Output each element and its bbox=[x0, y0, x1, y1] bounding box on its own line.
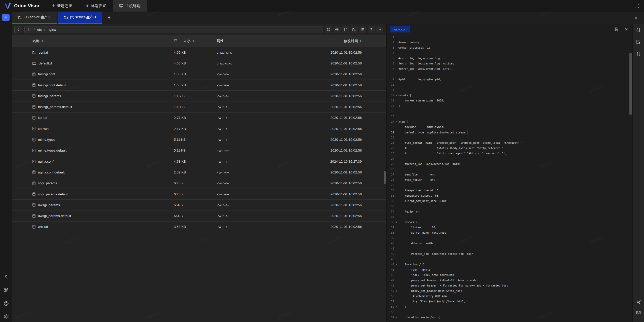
upload-icon[interactable] bbox=[368, 26, 375, 33]
code-line-52[interactable]: 52 ∨ } bbox=[387, 304, 632, 309]
table-row[interactable]: fastcgi_params.default 1007 B -rw-r--r--… bbox=[12, 101, 386, 112]
menu-item-0[interactable]: 新建连接 bbox=[45, 0, 79, 12]
fold-chevron-icon[interactable]: ∨ bbox=[394, 315, 398, 320]
funnel-icon[interactable] bbox=[174, 39, 177, 43]
table-row[interactable]: fastcgi_params 1007 B -rw-r--r-- 2020-11… bbox=[12, 91, 386, 101]
code-line-18[interactable]: 18 include mime.types; bbox=[387, 124, 632, 130]
code-line-22[interactable]: 22 # '$status $body_bytes_sent "$http_re… bbox=[387, 146, 632, 151]
fold-chevron-icon[interactable]: ∨ bbox=[394, 304, 398, 309]
code-line-11[interactable]: 11 bbox=[387, 87, 632, 93]
code-line-21[interactable]: 21 #log_format main '$remote_addr - $rem… bbox=[387, 140, 632, 146]
table-row[interactable]: scgi_params 636 B -rw-r--r-- 2020-11-01 … bbox=[12, 178, 386, 189]
fold-chevron-icon[interactable]: ∨ bbox=[394, 262, 398, 267]
code-line-25[interactable]: 25 #access_log logs/access.log main; bbox=[387, 161, 632, 167]
save-icon[interactable] bbox=[613, 26, 619, 32]
code-line-28[interactable]: 28 #tcp_nopush on; bbox=[387, 177, 632, 183]
code-line-47[interactable]: 47 proxy_set_header X-Real-IP $remote_ad… bbox=[387, 278, 632, 283]
code-line-48[interactable]: 48 proxy_set_header X-Forwarded-For $pro… bbox=[387, 283, 632, 288]
table-row[interactable]: default.d 4.00 KB drwxr-xr-x 2020-11-01 … bbox=[12, 58, 386, 69]
code-line-8[interactable]: 8 bbox=[387, 71, 632, 77]
swap-arrows-icon[interactable] bbox=[635, 51, 642, 57]
close-editor-icon[interactable]: ✕ bbox=[623, 26, 629, 32]
table-row[interactable]: fastcgi.conf 1.05 KB -rw-r--r-- 2020-11-… bbox=[12, 69, 386, 80]
code-line-46[interactable]: 46 index index.html index.htm; bbox=[387, 272, 632, 278]
code-line-4[interactable]: 4 bbox=[387, 50, 632, 56]
code-line-49[interactable]: 49 ∨ proxy_set_header Host $http_host; bbox=[387, 288, 632, 294]
new-file-icon[interactable] bbox=[342, 26, 349, 33]
code-line-54[interactable]: 54 ∨ location /orion/api { bbox=[387, 315, 632, 320]
code-line-37[interactable]: 37 listen 80; bbox=[387, 225, 632, 230]
code-line-9[interactable]: 9 #pid logs/nginx.pid; bbox=[387, 77, 632, 82]
breadcrumb-segment-1[interactable]: nginx bbox=[48, 28, 56, 31]
row-checkbox[interactable] bbox=[18, 137, 18, 142]
editor-scrollbar[interactable] bbox=[629, 53, 632, 115]
code-line-35[interactable]: 35 bbox=[387, 214, 632, 220]
breadcrumb[interactable]: / etc/ nginx bbox=[24, 26, 323, 33]
code-line-14[interactable]: 14 } bbox=[387, 103, 632, 109]
code-line-12[interactable]: 12 ∨ events { bbox=[387, 93, 632, 98]
row-checkbox[interactable] bbox=[18, 214, 18, 218]
select-all-checkbox[interactable] bbox=[18, 39, 18, 43]
code-line-17[interactable]: 17 ∨ http { bbox=[387, 119, 632, 124]
code-line-20[interactable]: 20 bbox=[387, 135, 632, 140]
code-line-3[interactable]: 3 worker_processes 1; bbox=[387, 45, 632, 50]
breadcrumb-segment-0[interactable]: etc bbox=[37, 28, 42, 31]
back-button[interactable] bbox=[14, 26, 22, 33]
code-line-40[interactable]: 40 #charset koi8-r; bbox=[387, 241, 632, 246]
sort-mtime-icon[interactable]: ▲▼ bbox=[360, 40, 362, 43]
menu-item-1[interactable]: 终端设置 bbox=[79, 0, 113, 12]
code-line-15[interactable]: 15 bbox=[387, 109, 632, 114]
code-line-38[interactable]: 38 server_name localhost; bbox=[387, 230, 632, 235]
code-editor[interactable]: 1 2 #user nobody; 3 worker_processes 1; … bbox=[387, 34, 632, 322]
code-line-34[interactable]: 34 #gzip on; bbox=[387, 209, 632, 214]
code-line-53[interactable]: 53 bbox=[387, 309, 632, 315]
camera-icon[interactable] bbox=[635, 309, 642, 315]
code-line-5[interactable]: 5 #error_log logs/error.log; bbox=[387, 56, 632, 61]
row-checkbox[interactable] bbox=[18, 203, 18, 207]
row-checkbox[interactable] bbox=[18, 94, 18, 98]
row-checkbox[interactable] bbox=[18, 181, 18, 185]
table-row[interactable]: uwsgi_params 664 B -rw-r--r-- 2020-11-01… bbox=[12, 200, 386, 210]
code-line-33[interactable]: 33 bbox=[387, 204, 632, 209]
new-folder-icon[interactable] bbox=[351, 26, 358, 33]
file-panel-scrollbar[interactable] bbox=[384, 171, 386, 184]
open-file-badge[interactable]: nginx.conf bbox=[390, 26, 410, 32]
row-checkbox[interactable] bbox=[18, 105, 18, 109]
code-line-16[interactable]: 16 bbox=[387, 114, 632, 119]
menu-item-2[interactable]: 主机终端 bbox=[113, 0, 147, 12]
new-connection-button[interactable]: + bbox=[2, 14, 10, 21]
code-line-10[interactable]: 10 bbox=[387, 82, 632, 87]
row-checkbox[interactable] bbox=[18, 159, 18, 164]
row-checkbox[interactable] bbox=[18, 61, 18, 65]
table-row[interactable]: mime.types.default 5.11 KB -rw-r--r-- 20… bbox=[12, 145, 386, 156]
code-line-19[interactable]: 19 default_type application/octet-stream… bbox=[387, 130, 632, 135]
row-checkbox[interactable] bbox=[18, 127, 18, 131]
fold-chevron-icon[interactable]: ∨ bbox=[394, 93, 398, 98]
code-line-51[interactable]: 51 try_files $uri $uri/ /index.html; bbox=[387, 299, 632, 304]
code-line-31[interactable]: 31 keepalive_timeout 65; bbox=[387, 193, 632, 198]
fullscreen-icon[interactable] bbox=[633, 2, 640, 10]
code-line-27[interactable]: 27 sendfile on; bbox=[387, 172, 632, 177]
table-row[interactable]: scgi_params.default 636 B -rw-r--r-- 202… bbox=[12, 189, 386, 200]
table-row[interactable]: nginx.conf.default 2.59 KB -rw-r--r-- 20… bbox=[12, 167, 386, 178]
code-line-41[interactable]: 41 bbox=[387, 246, 632, 251]
code-line-6[interactable]: 6 #error_log logs/error.log notice; bbox=[387, 61, 632, 66]
code-line-44[interactable]: 44 ∨ location / { bbox=[387, 262, 632, 267]
eye-icon[interactable] bbox=[334, 26, 341, 33]
code-line-7[interactable]: 7 #error_log logs/error.log info; bbox=[387, 66, 632, 71]
terminal-tab-2[interactable]: (2) server-生产-1 bbox=[58, 12, 102, 24]
code-line-2[interactable]: 2 #user nobody; bbox=[387, 40, 632, 45]
code-line-32[interactable]: 32 client_max_body_size 1048m; bbox=[387, 198, 632, 204]
fold-chevron-icon[interactable]: ∨ bbox=[394, 220, 398, 225]
code-line-24[interactable]: 24 bbox=[387, 156, 632, 161]
row-checkbox[interactable] bbox=[18, 192, 18, 196]
trash-icon[interactable] bbox=[359, 26, 366, 33]
code-line-43[interactable]: 43 bbox=[387, 257, 632, 262]
row-checkbox[interactable] bbox=[18, 170, 18, 174]
braces-icon[interactable]: {} bbox=[635, 26, 642, 33]
settings-gear-icon[interactable] bbox=[3, 313, 9, 319]
fold-chevron-icon[interactable]: ∨ bbox=[394, 288, 398, 294]
table-row[interactable]: mime.types 5.11 KB -rw-r--r-- 2020-11-01… bbox=[12, 134, 386, 145]
sort-name-icon[interactable]: ▲▼ bbox=[41, 40, 43, 43]
sort-size-icon[interactable]: ▲▼ bbox=[192, 40, 194, 43]
